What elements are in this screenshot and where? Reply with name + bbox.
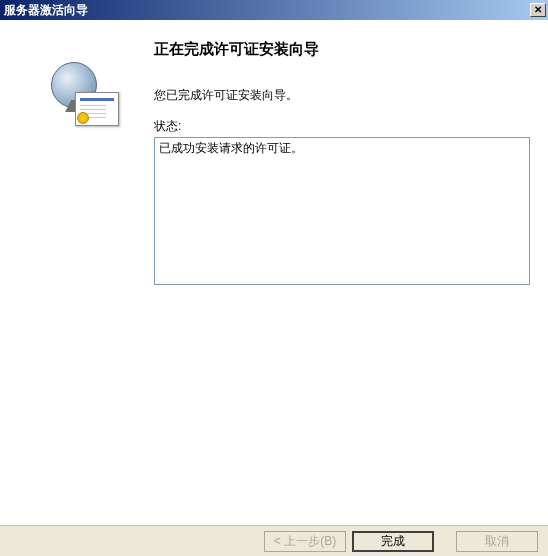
button-bar: < 上一步(B) 完成 取消: [0, 525, 548, 556]
page-heading: 正在完成许可证安装向导: [154, 40, 530, 59]
wizard-body: 正在完成许可证安装向导 您已完成许可证安装向导。 状态: 已成功安装请求的许可证…: [0, 20, 548, 525]
wizard-sidebar: [14, 34, 154, 515]
close-icon: ✕: [534, 5, 542, 15]
finish-button[interactable]: 完成: [352, 531, 434, 552]
cancel-button: 取消: [456, 531, 538, 552]
wizard-graphic-icon: [49, 62, 119, 132]
titlebar: 服务器激活向导 ✕: [0, 0, 548, 20]
status-box: 已成功安装请求的许可证。: [154, 137, 530, 285]
window-title: 服务器激活向导: [4, 2, 88, 19]
intro-text: 您已完成许可证安装向导。: [154, 87, 530, 104]
close-button[interactable]: ✕: [530, 3, 546, 17]
back-button: < 上一步(B): [264, 531, 346, 552]
wizard-content: 正在完成许可证安装向导 您已完成许可证安装向导。 状态: 已成功安装请求的许可证…: [154, 34, 530, 515]
status-label: 状态:: [154, 118, 530, 135]
status-text: 已成功安装请求的许可证。: [159, 141, 303, 155]
